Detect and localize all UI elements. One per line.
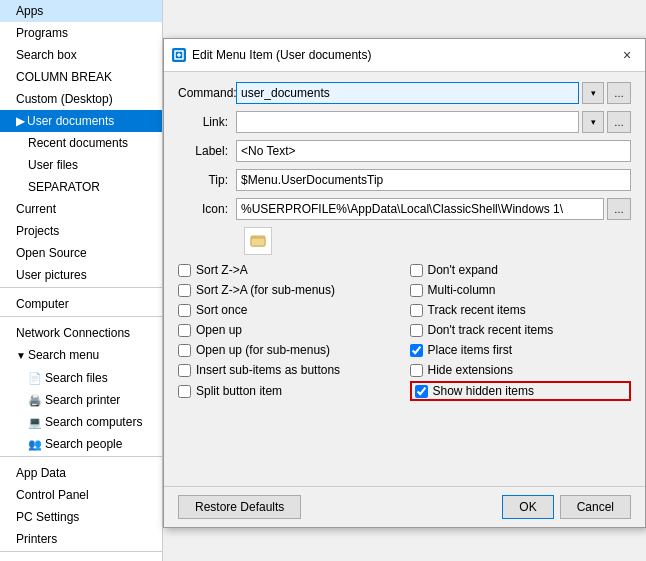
dialog-footer: Restore Defaults OK Cancel [164, 486, 645, 527]
sidebar-item-user-documents[interactable]: ▶User documents [0, 110, 162, 132]
sidebar-item-custom-desktop[interactable]: Custom (Desktop) [0, 88, 162, 110]
cancel-button[interactable]: Cancel [560, 495, 631, 519]
tip-input[interactable] [236, 169, 631, 191]
sidebar-label: Projects [16, 224, 59, 238]
checkbox-label-show-hidden: Show hidden items [433, 384, 534, 398]
sidebar-label: COLUMN BREAK [16, 70, 112, 84]
sidebar-item-separator5[interactable] [0, 551, 162, 556]
checkbox-label-split-button: Split button item [196, 384, 282, 398]
sidebar-item-separator3[interactable] [0, 316, 162, 321]
sidebar-label: Custom (Desktop) [16, 92, 113, 106]
sidebar-label: Control Panel [16, 488, 89, 502]
checkbox-label-sort-z-a-sub: Sort Z->A (for sub-menus) [196, 283, 335, 297]
label-row: Label: [178, 140, 631, 162]
checkbox-multi-column[interactable]: Multi-column [410, 281, 632, 299]
sidebar-item-pc-settings[interactable]: PC Settings [0, 506, 162, 528]
checkbox-split-button[interactable]: Split button item [178, 381, 400, 401]
sidebar-item-current[interactable]: Current [0, 198, 162, 220]
tip-label: Tip: [178, 173, 236, 187]
dialog-icon [172, 48, 186, 62]
sidebar-item-user-pictures[interactable]: User pictures [0, 264, 162, 286]
checkbox-dont-track-recent[interactable]: Don't track recent items [410, 321, 632, 339]
command-input[interactable] [236, 82, 579, 104]
sidebar-item-projects[interactable]: Projects [0, 220, 162, 242]
checkbox-label-track-recent: Track recent items [428, 303, 526, 317]
checkbox-insert-sub-buttons[interactable]: Insert sub-items as buttons [178, 361, 400, 379]
icon-input[interactable] [236, 198, 604, 220]
checkbox-label-insert-sub-buttons: Insert sub-items as buttons [196, 363, 340, 377]
sidebar: AppsProgramsSearch boxCOLUMN BREAKCustom… [0, 0, 163, 561]
dialog-titlebar: Edit Menu Item (User documents) × [164, 39, 645, 72]
label-input[interactable] [236, 140, 631, 162]
restore-defaults-button[interactable]: Restore Defaults [178, 495, 301, 519]
sidebar-item-programs[interactable]: Programs [0, 22, 162, 44]
dialog-title-left: Edit Menu Item (User documents) [172, 48, 371, 62]
sidebar-item-search-people[interactable]: 👥Search people [0, 433, 162, 455]
sidebar-label: PC Settings [16, 510, 79, 524]
sidebar-item-open-source[interactable]: Open Source [0, 242, 162, 264]
checkbox-track-recent[interactable]: Track recent items [410, 301, 632, 319]
sidebar-item-computer[interactable]: Computer [0, 293, 162, 315]
sidebar-item-column-break[interactable]: COLUMN BREAK [0, 66, 162, 88]
checkbox-sort-z-a[interactable]: Sort Z->A [178, 261, 400, 279]
checkbox-place-items-first[interactable]: Place items first [410, 341, 632, 359]
sidebar-item-apps[interactable]: Apps [0, 0, 162, 22]
sidebar-label: Programs [16, 26, 68, 40]
sidebar-item-column-padding[interactable]: COLUMN PADDING [0, 557, 162, 561]
checkbox-show-hidden[interactable]: Show hidden items [410, 381, 632, 401]
icon-browse-button[interactable]: … [607, 198, 631, 220]
checkbox-open-up[interactable]: Open up [178, 321, 400, 339]
command-browse-button[interactable]: … [607, 82, 631, 104]
sidebar-label: Search menu [28, 348, 99, 362]
sidebar-item-search-box[interactable]: Search box [0, 44, 162, 66]
sidebar-item-separator2[interactable] [0, 287, 162, 292]
sidebar-item-recent-documents[interactable]: Recent documents [0, 132, 162, 154]
sidebar-item-separator4[interactable] [0, 456, 162, 461]
link-dropdown[interactable]: ▾ [582, 111, 604, 133]
sidebar-item-search-files[interactable]: 📄Search files [0, 367, 162, 389]
link-label: Link: [178, 115, 236, 129]
link-input[interactable] [236, 111, 579, 133]
sidebar-label: Search printer [45, 393, 120, 407]
checkbox-label-dont-track-recent: Don't track recent items [428, 323, 554, 337]
sidebar-item-search-computers[interactable]: 💻Search computers [0, 411, 162, 433]
checkbox-sort-z-a-sub[interactable]: Sort Z->A (for sub-menus) [178, 281, 400, 299]
sidebar-label: Recent documents [28, 136, 128, 150]
sidebar-item-control-panel[interactable]: Control Panel [0, 484, 162, 506]
sidebar-item-search-printer[interactable]: 🖨️Search printer [0, 389, 162, 411]
sidebar-item-search-menu[interactable]: ▼Search menu [0, 344, 162, 367]
sidebar-item-separator1[interactable]: SEPARATOR [0, 176, 162, 198]
sidebar-label: SEPARATOR [28, 180, 100, 194]
label-label: Label: [178, 144, 236, 158]
sidebar-label: User pictures [16, 268, 87, 282]
ok-cancel-group: OK Cancel [502, 495, 631, 519]
checkbox-label-multi-column: Multi-column [428, 283, 496, 297]
dialog-close-button[interactable]: × [617, 45, 637, 65]
icon-preview [244, 227, 272, 255]
sidebar-label: App Data [16, 466, 66, 480]
sidebar-item-app-data[interactable]: App Data [0, 462, 162, 484]
checkbox-label-sort-z-a: Sort Z->A [196, 263, 248, 277]
dialog-title: Edit Menu Item (User documents) [192, 48, 371, 62]
sidebar-item-user-files[interactable]: User files [0, 154, 162, 176]
checkbox-dont-expand[interactable]: Don't expand [410, 261, 632, 279]
edit-dialog: Edit Menu Item (User documents) × Comman… [163, 38, 646, 528]
checkbox-label-hide-extensions: Hide extensions [428, 363, 513, 377]
dialog-body: Command: ▾ … Link: ▾ … Label: Tip: [164, 72, 645, 421]
icon-control-group: … [236, 198, 631, 220]
checkbox-open-up-sub[interactable]: Open up (for sub-menus) [178, 341, 400, 359]
icon-row: Icon: … [178, 198, 631, 220]
command-control-group: ▾ … [236, 82, 631, 104]
command-label: Command: [178, 86, 236, 100]
sidebar-label: Printers [16, 532, 57, 546]
sidebar-item-network-connections[interactable]: Network Connections [0, 322, 162, 344]
checkbox-sort-once[interactable]: Sort once [178, 301, 400, 319]
command-dropdown[interactable]: ▾ [582, 82, 604, 104]
checkbox-hide-extensions[interactable]: Hide extensions [410, 361, 632, 379]
sidebar-item-printers[interactable]: Printers [0, 528, 162, 550]
link-browse-button[interactable]: … [607, 111, 631, 133]
ok-button[interactable]: OK [502, 495, 553, 519]
sidebar-label: Open Source [16, 246, 87, 260]
checkboxes-grid: Sort Z->ADon't expandSort Z->A (for sub-… [178, 261, 631, 401]
sidebar-label: Apps [16, 4, 43, 18]
